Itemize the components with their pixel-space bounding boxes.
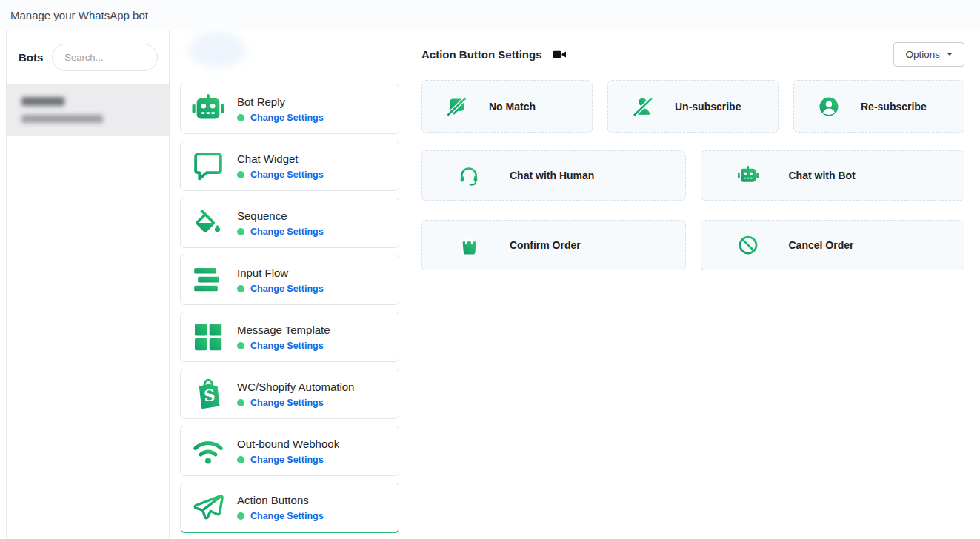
change-settings-link[interactable]: Change Settings	[250, 284, 324, 294]
status-dot	[237, 171, 244, 178]
tile-label: Cancel Order	[789, 239, 854, 251]
chat-slash-icon	[446, 96, 468, 118]
bars-icon	[191, 263, 225, 297]
tile-unsubscribe[interactable]: Un-subscribe	[607, 80, 779, 133]
feature-meta: Action Buttons Change Settings	[237, 494, 324, 521]
feature-title: Message Template	[237, 324, 330, 336]
feature-title: Input Flow	[237, 267, 324, 279]
panel-header: Action Button Settings Options	[421, 42, 964, 66]
shopify-icon: S	[191, 377, 225, 411]
feature-title: Out-bound Webhook	[237, 438, 339, 450]
ban-icon	[737, 234, 759, 256]
person-circle-icon	[818, 96, 840, 118]
tile-cancel-order[interactable]: Cancel Order	[701, 220, 965, 270]
options-button[interactable]: Options	[893, 42, 964, 67]
paper-plane-icon	[191, 491, 225, 525]
feature-action-row: Change Settings	[237, 455, 339, 465]
feature-action-row: Change Settings	[237, 170, 324, 180]
headset-icon	[458, 164, 480, 187]
feature-card-message-template: Message Template Change Settings	[180, 312, 399, 362]
shopping-bag-icon	[458, 234, 480, 256]
paint-fill-icon	[191, 206, 225, 240]
feature-title: WC/Shopify Automation	[237, 381, 354, 393]
status-dot	[237, 114, 244, 121]
action-button-settings-panel: Action Button Settings Options	[410, 30, 979, 539]
blurred-avatar-blob	[189, 32, 245, 67]
feature-meta: Bot Reply Change Settings	[237, 96, 324, 123]
person-slash-icon	[632, 96, 654, 118]
tile-label: Chat with Human	[510, 170, 594, 181]
bots-heading: Bots	[19, 51, 43, 64]
bot-search-input[interactable]	[52, 44, 158, 71]
change-settings-link[interactable]: Change Settings	[250, 511, 324, 521]
tile-label: Confirm Order	[510, 239, 581, 251]
feature-title: Chat Widget	[237, 153, 324, 165]
tile-chat-with-bot[interactable]: Chat with Bot	[701, 150, 965, 201]
feature-action-row: Change Settings	[237, 113, 324, 123]
top-bar: Manage your WhatsApp bot	[0, 0, 980, 30]
tile-label: Chat with Bot	[789, 170, 856, 181]
tile-no-match[interactable]: No Match	[421, 80, 593, 133]
bot-list-item-selected[interactable]	[7, 85, 169, 136]
redacted-bot-name	[21, 97, 64, 106]
feature-action-row: Change Settings	[237, 398, 354, 408]
feature-meta: Input Flow Change Settings	[237, 267, 324, 294]
tile-label: No Match	[489, 101, 536, 113]
feature-card-bot-reply: Bot Reply Change Settings	[180, 84, 399, 134]
sidebar-header: Bots	[7, 30, 169, 85]
feature-meta: WC/Shopify Automation Change Settings	[237, 381, 354, 408]
redacted-bot-phone	[21, 115, 103, 123]
feature-title: Sequence	[237, 210, 324, 222]
tile-chat-with-human[interactable]: Chat with Human	[421, 150, 686, 201]
tile-row-1: No Match Un-subscribe	[421, 80, 964, 133]
feature-meta: Out-bound Webhook Change Settings	[237, 438, 339, 465]
feature-card-sequence: Sequence Change Settings	[180, 198, 399, 248]
robot-icon	[737, 164, 759, 187]
tile-label: Re-subscribe	[861, 101, 927, 113]
feature-action-row: Change Settings	[237, 511, 324, 521]
feature-action-row: Change Settings	[237, 341, 330, 351]
feature-card-action-buttons: Action Buttons Change Settings	[180, 483, 399, 533]
status-dot	[237, 512, 244, 520]
chat-bubble-icon	[191, 149, 225, 183]
status-dot	[237, 342, 244, 349]
grid-icon	[191, 320, 225, 354]
change-settings-link[interactable]: Change Settings	[250, 398, 324, 408]
svg-text:S: S	[203, 386, 216, 405]
robot-icon	[191, 92, 225, 126]
tile-label: Un-subscribe	[675, 101, 741, 113]
change-settings-link[interactable]: Change Settings	[250, 227, 324, 237]
feature-action-row: Change Settings	[237, 227, 324, 237]
wifi-icon	[191, 434, 225, 468]
tile-confirm-order[interactable]: Confirm Order	[421, 220, 686, 270]
change-settings-link[interactable]: Change Settings	[250, 170, 324, 180]
feature-title: Bot Reply	[237, 96, 324, 108]
status-dot	[237, 456, 244, 463]
feature-meta: Sequence Change Settings	[237, 210, 324, 237]
change-settings-link[interactable]: Change Settings	[250, 341, 324, 351]
feature-card-input-flow: Input Flow Change Settings	[180, 255, 399, 305]
video-camera-icon[interactable]	[552, 48, 567, 61]
bots-sidebar: Bots	[7, 30, 170, 539]
options-label: Options	[905, 49, 940, 60]
tile-row-3: Confirm Order Cancel Order	[421, 220, 964, 270]
status-dot	[237, 399, 244, 406]
status-dot	[237, 228, 244, 235]
main-frame: Bots	[6, 30, 979, 539]
change-settings-link[interactable]: Change Settings	[250, 113, 324, 123]
feature-meta: Message Template Change Settings	[237, 324, 330, 351]
change-settings-link[interactable]: Change Settings	[250, 455, 324, 465]
panel-title: Action Button Settings	[421, 48, 541, 61]
page-title: Manage your WhatsApp bot	[10, 9, 148, 21]
chevron-down-icon	[947, 53, 953, 56]
feature-card-chat-widget: Chat Widget Change Settings	[180, 141, 399, 191]
feature-title: Action Buttons	[237, 494, 324, 506]
feature-card-webhook: Out-bound Webhook Change Settings	[180, 426, 399, 476]
status-dot	[237, 285, 244, 292]
feature-meta: Chat Widget Change Settings	[237, 153, 324, 180]
feature-action-row: Change Settings	[237, 284, 324, 294]
features-column: Bot Reply Change Settings Chat Widget Ch…	[170, 30, 410, 539]
feature-card-shopify: S WC/Shopify Automation Change Settings	[180, 369, 399, 419]
tile-resubscribe[interactable]: Re-subscribe	[793, 80, 964, 133]
tile-row-2: Chat with Human Chat with Bot	[421, 150, 964, 201]
